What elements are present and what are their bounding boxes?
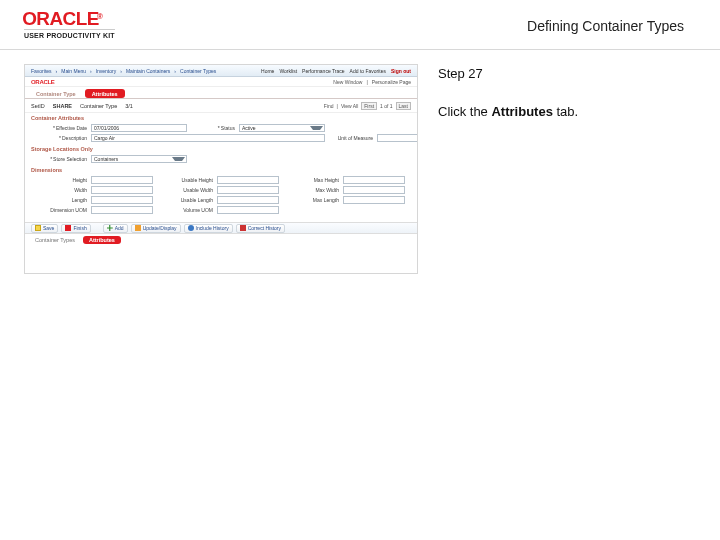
update-display-button[interactable]: Update/Display (131, 224, 181, 233)
length-label: Length (33, 197, 87, 203)
store-selection-label: Store Selection (33, 156, 87, 162)
breadcrumb-item[interactable]: Container Types (180, 68, 216, 74)
pager-range: 1 of 1 (380, 103, 393, 109)
breadcrumb: Favorites› Main Menu› Inventory› Maintai… (31, 68, 216, 74)
usable-length-field[interactable] (217, 196, 279, 204)
finish-button[interactable]: Finish (61, 224, 90, 233)
max-height-label: Max Height (283, 177, 339, 183)
description-label: Description (33, 135, 87, 141)
save-button[interactable]: Save (31, 224, 58, 233)
add-icon (107, 225, 113, 231)
attr-fields: Effective Date 07/01/2006 Status Active … (25, 122, 417, 144)
length-field[interactable] (91, 196, 153, 204)
pager-first[interactable]: First (361, 102, 377, 110)
link-home[interactable]: Home (261, 68, 274, 74)
correct-icon (240, 225, 246, 231)
uom-field[interactable] (377, 134, 418, 142)
usable-height-field[interactable] (217, 176, 279, 184)
record-header: SetID SHARE Container Type 3/1 Find | Vi… (25, 99, 417, 113)
pager-last[interactable]: Last (396, 102, 411, 110)
topbar-links: Home Worklist Performance Trace Add to F… (261, 68, 411, 74)
breadcrumb-item[interactable]: Favorites (31, 68, 52, 74)
width-label: Width (33, 187, 87, 193)
dimension-fields: Height Usable Height Max Height Width Us… (25, 174, 417, 216)
app-screenshot: Favorites› Main Menu› Inventory› Maintai… (24, 64, 418, 274)
history-icon (188, 225, 194, 231)
page-tabs: Container Type Attributes (25, 87, 417, 99)
link-worklist[interactable]: Worklist (279, 68, 297, 74)
tab-container-type[interactable]: Container Type (31, 89, 81, 98)
section-storage-locations: Storage Locations Only (25, 144, 417, 153)
step-number: Step 27 (438, 64, 696, 84)
setid-label: SetID (31, 103, 45, 109)
max-height-field[interactable] (343, 176, 405, 184)
bottom-tab-container-types[interactable]: Container Types (31, 236, 79, 244)
bottom-tabs: Container Types Attributes (25, 234, 417, 244)
status-select[interactable]: Active (239, 124, 325, 132)
effective-date-field[interactable]: 07/01/2006 (91, 124, 187, 132)
app-brand-row: ORACLE New Window | Personalize Page (25, 77, 417, 87)
usable-width-label: Usable Width (157, 187, 213, 193)
correct-history-button[interactable]: Correct History (236, 224, 285, 233)
oracle-brand: ORACLE® (24, 10, 115, 28)
link-signout[interactable]: Sign out (391, 68, 411, 74)
height-field[interactable] (91, 176, 153, 184)
oracle-wordmark: ORACLE (22, 10, 99, 28)
add-button[interactable]: Add (103, 224, 128, 233)
breadcrumb-item[interactable]: Maintain Containers (126, 68, 170, 74)
include-history-button[interactable]: Include History (184, 224, 233, 233)
width-field[interactable] (91, 186, 153, 194)
app-topbar: Favorites› Main Menu› Inventory› Maintai… (25, 65, 417, 77)
instr-prefix: Click the (438, 104, 491, 119)
max-width-field[interactable] (343, 186, 405, 194)
instruction-text: Click the Attributes tab. (438, 102, 696, 122)
volume-uom-label: Volume UOM (157, 207, 213, 213)
bottom-tab-attributes[interactable]: Attributes (83, 236, 121, 244)
usable-width-field[interactable] (217, 186, 279, 194)
link-new-window[interactable]: New Window (333, 79, 362, 85)
finish-icon (65, 225, 71, 231)
effective-date-label: Effective Date (33, 125, 87, 131)
page-toolbar: Save Finish Add Update/Display Include H… (25, 222, 417, 234)
header-divider (0, 49, 720, 50)
content-row: Favorites› Main Menu› Inventory› Maintai… (0, 64, 720, 274)
section-container-attributes: Container Attributes (25, 113, 417, 122)
link-personalize[interactable]: Personalize Page (372, 79, 411, 85)
oracle-upk-logo: ORACLE® USER PRODUCTIVITY KIT (24, 10, 115, 39)
usable-length-label: Usable Length (157, 197, 213, 203)
storage-fields: Store Selection Containers (25, 153, 417, 165)
setid-value: SHARE (53, 103, 72, 109)
uom-label: Unit of Measure (329, 135, 373, 141)
instr-target: Attributes (491, 104, 552, 119)
oracle-app-logo: ORACLE (31, 79, 55, 85)
update-icon (135, 225, 141, 231)
container-type-label: Container Type (80, 103, 117, 109)
document-header: ORACLE® USER PRODUCTIVITY KIT Defining C… (0, 0, 720, 43)
tab-attributes[interactable]: Attributes (85, 89, 125, 98)
pager-find[interactable]: Find (324, 103, 334, 109)
description-field[interactable]: Cargo Air (91, 134, 325, 142)
instr-suffix: tab. (553, 104, 578, 119)
instruction-panel: Step 27 Click the Attributes tab. (438, 64, 696, 274)
breadcrumb-item[interactable]: Inventory (96, 68, 117, 74)
breadcrumb-item[interactable]: Main Menu (61, 68, 86, 74)
height-label: Height (33, 177, 87, 183)
pager-viewall[interactable]: View All (341, 103, 358, 109)
max-length-label: Max Length (283, 197, 339, 203)
page-actions: New Window | Personalize Page (333, 79, 411, 85)
usable-height-label: Usable Height (157, 177, 213, 183)
dimension-uom-field[interactable] (91, 206, 153, 214)
upk-subtitle: USER PRODUCTIVITY KIT (24, 29, 115, 39)
store-selection-select[interactable]: Containers (91, 155, 187, 163)
max-length-field[interactable] (343, 196, 405, 204)
max-width-label: Max Width (283, 187, 339, 193)
page-title: Defining Container Types (527, 18, 684, 34)
status-label: Status (191, 125, 235, 131)
link-perftrace[interactable]: Performance Trace (302, 68, 345, 74)
link-favorites[interactable]: Add to Favorites (350, 68, 386, 74)
dimension-uom-label: Dimension UOM (33, 207, 87, 213)
save-icon (35, 225, 41, 231)
container-type-value: 3/1 (125, 103, 133, 109)
volume-uom-field[interactable] (217, 206, 279, 214)
scroll-pager: Find | View All First 1 of 1 Last (324, 102, 411, 110)
